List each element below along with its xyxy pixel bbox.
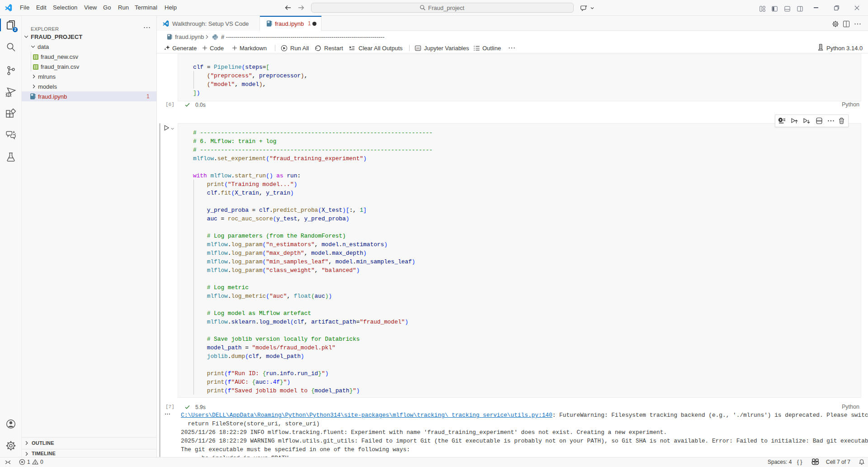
svg-text:(x): (x)	[416, 47, 420, 50]
